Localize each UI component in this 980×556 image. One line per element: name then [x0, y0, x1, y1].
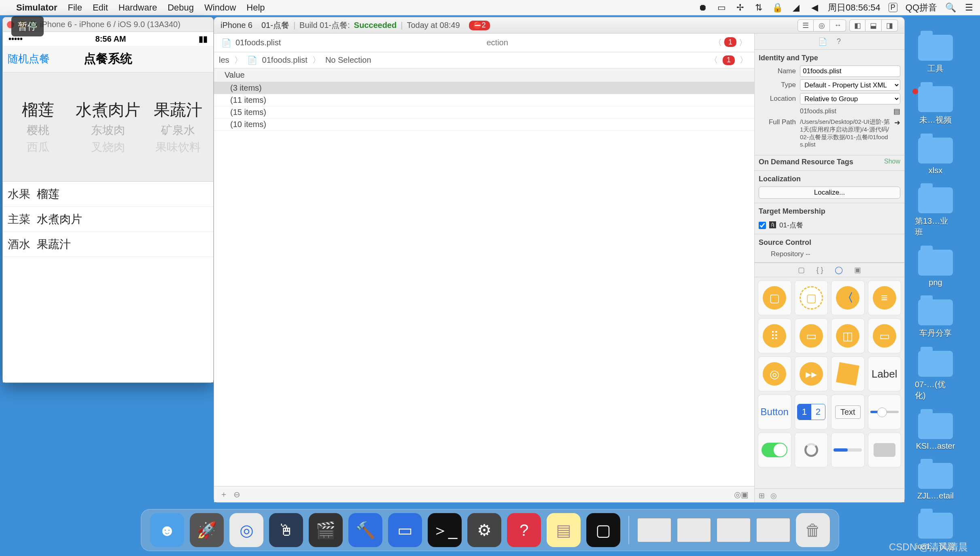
breadcrumb-seg[interactable]: les [219, 55, 229, 65]
panel-toggle-segment[interactable]: ◧ ⬓ ◨ [849, 19, 898, 32]
dock-minimized-window[interactable] [756, 518, 790, 542]
name-field[interactable] [800, 66, 900, 77]
stepper-item[interactable] [868, 433, 902, 467]
filter-icon[interactable]: ◎ [770, 491, 777, 500]
notification-center-icon[interactable]: ☰ [964, 4, 974, 12]
collection-controller-item[interactable]: ⠿ [758, 318, 791, 353]
picker-col-2[interactable]: 水煮肉片 东坡肉 叉烧肉 [73, 72, 143, 181]
dock-trash[interactable]: 🗑 [796, 513, 830, 547]
issue-prev-icon[interactable]: 〈 [708, 55, 719, 66]
target-checkbox[interactable] [759, 222, 766, 229]
dock-notes[interactable]: ▤ [547, 513, 581, 547]
desktop-folder[interactable]: xlsx [915, 138, 956, 175]
tab-controller-item[interactable]: ▭ [795, 318, 828, 353]
desktop-folder[interactable]: KSI…aster [915, 413, 956, 451]
slider-item[interactable] [868, 395, 902, 429]
view-controller-item[interactable]: ▢ [758, 280, 791, 315]
breadcrumb[interactable]: les 〉 📄 01foods.plist 〉 No Selection 〈 1… [214, 52, 754, 68]
menu-debug[interactable]: Debug [168, 2, 194, 13]
table-controller-item[interactable]: ≡ [868, 280, 902, 315]
xcode-scheme[interactable]: 01-点餐 [261, 20, 289, 31]
split-controller-item[interactable]: ◫ [831, 318, 865, 353]
nav-controller-item[interactable]: 〈 [831, 280, 865, 315]
desktop-folder[interactable]: 第13…业班 [915, 187, 956, 238]
plus-icon[interactable]: ✢ [735, 4, 745, 12]
left-panel-icon[interactable]: ◧ [849, 19, 865, 32]
error-count-badge[interactable]: ⛔ 2 [469, 21, 490, 30]
dock-app-blue[interactable]: ▭ [388, 513, 422, 547]
dock-safari[interactable]: ◎ [229, 513, 263, 547]
lock-icon[interactable]: 🔒 [772, 4, 783, 12]
dock-settings[interactable]: ⚙ [467, 513, 501, 547]
sim-back-button[interactable]: 随机点餐 [8, 52, 50, 66]
file-inspector-icon[interactable]: 📄 [818, 37, 827, 46]
picker-col-1[interactable]: 榴莲 樱桃 西瓜 [3, 72, 73, 181]
issue-next-icon[interactable]: 〉 [738, 55, 749, 66]
grid-view-icon[interactable]: ⊞ [759, 491, 765, 500]
dock-finder[interactable]: ☻ [150, 513, 184, 547]
standard-editor-icon[interactable]: ☰ [798, 19, 814, 32]
switch-item[interactable] [758, 433, 791, 467]
type-select[interactable]: Default - Property List XML [800, 79, 900, 91]
desktop-folder[interactable]: 车丹分享 [915, 299, 956, 339]
dock-imovie[interactable]: 🎬 [309, 513, 343, 547]
version-editor-icon[interactable]: ↔ [830, 19, 846, 32]
code-snippet-icon[interactable]: { } [816, 266, 823, 274]
activity-indicator-item[interactable] [795, 433, 828, 467]
dock-minimized-window[interactable] [677, 518, 711, 542]
avkit-controller-item[interactable]: ▸▸ [795, 357, 828, 391]
segmented-item[interactable]: 12 [795, 395, 828, 429]
show-link[interactable]: Show [884, 158, 900, 165]
plist-row[interactable]: (3 items) [214, 82, 754, 94]
dock-terminal[interactable]: ＞_ [428, 513, 462, 547]
menu-file[interactable]: File [68, 2, 82, 13]
menu-help[interactable]: Help [246, 2, 265, 13]
menu-window[interactable]: Window [204, 2, 236, 13]
editor-tab-label[interactable]: 01foods.plist [235, 38, 281, 47]
breadcrumb-seg[interactable]: 01foods.plist [262, 55, 308, 65]
wifi-icon[interactable]: ◢ [791, 4, 801, 12]
object-library-icon[interactable]: ◯ [835, 265, 843, 274]
dock-iterm[interactable]: ▢ [586, 513, 620, 547]
button-item[interactable]: Button [758, 395, 791, 429]
desktop-folder[interactable]: ZJL…etail [915, 463, 956, 501]
plist-row[interactable]: (10 items) [214, 119, 754, 131]
sim-picker[interactable]: 榴莲 樱桃 西瓜 水煮肉片 东坡肉 叉烧肉 果蔬汁 矿泉水 果味饮料 [3, 72, 213, 182]
issue-badge[interactable]: 1 [723, 55, 735, 65]
jump-back-icon[interactable]: 〈 [714, 37, 722, 48]
help-inspector-icon[interactable]: ? [837, 37, 841, 46]
pause-overlay[interactable]: 暂停 [11, 16, 44, 36]
volume-icon[interactable]: ◀ [809, 4, 820, 12]
spotlight-icon[interactable]: 🔍 [945, 4, 956, 12]
ime-label[interactable]: QQ拼音 [906, 2, 937, 14]
assistant-editor-icon[interactable]: ◎ [814, 19, 830, 32]
dock-mouse-app[interactable]: 🖱 [269, 513, 303, 547]
dock-app-red[interactable]: ? [507, 513, 541, 547]
textfield-item[interactable]: Text [831, 395, 865, 429]
desktop-folder[interactable]: 工具 [915, 35, 956, 74]
dock-minimized-window[interactable] [637, 518, 671, 542]
filter-icon[interactable]: ◎▣ [734, 490, 749, 499]
dock-xcode[interactable]: 🔨 [348, 513, 382, 547]
xcode-device[interactable]: iPhone 6 [221, 21, 252, 30]
jump-forward-icon[interactable]: 〉 [739, 37, 747, 48]
right-panel-icon[interactable]: ◨ [882, 19, 898, 32]
breadcrumb-seg[interactable]: No Selection [325, 55, 371, 65]
glkit-controller-item[interactable]: ◎ [758, 357, 791, 391]
label-item[interactable]: Label [868, 357, 902, 391]
editor-mode-segment[interactable]: ☰ ◎ ↔ [798, 19, 846, 32]
desktop-folder[interactable]: 未…视频 [915, 86, 956, 125]
file-template-icon[interactable]: ▢ [798, 265, 805, 274]
view-controller-dashed-item[interactable]: ▢ [795, 280, 828, 315]
add-icon[interactable]: ＋ [220, 489, 228, 500]
desktop-folder[interactable]: 07-…(优化) [915, 351, 956, 401]
dock-launchpad[interactable]: 🚀 [190, 513, 224, 547]
app-name[interactable]: Simulator [16, 2, 57, 13]
sync-icon[interactable]: ⇅ [753, 4, 764, 12]
menu-hardware[interactable]: Hardware [119, 2, 157, 13]
location-select[interactable]: Relative to Group [800, 93, 900, 104]
tab-error-badge[interactable]: 1 [724, 37, 736, 47]
bottom-panel-icon[interactable]: ⬓ [865, 19, 882, 32]
localize-button[interactable]: Localize... [759, 187, 900, 199]
media-library-icon[interactable]: ▣ [854, 265, 861, 274]
